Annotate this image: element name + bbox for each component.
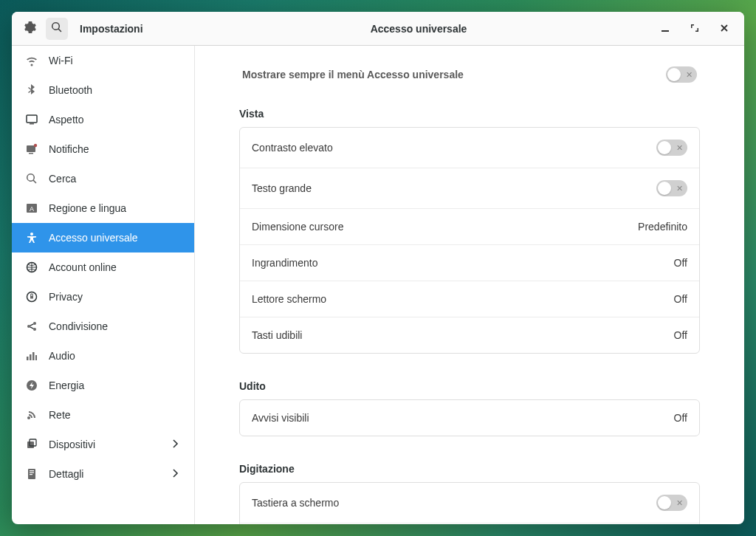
sidebar-item-accessibility[interactable]: Accesso universale bbox=[12, 223, 194, 252]
sidebar-item-privacy[interactable]: Privacy bbox=[12, 282, 194, 312]
settings-row-label: Testo grande bbox=[252, 182, 312, 194]
settings-window: Impostazioni Accesso universale Wi-FiBlu… bbox=[12, 12, 744, 524]
settings-row[interactable]: Ripetizione dei tastiOn bbox=[240, 523, 699, 524]
sidebar-item-devices[interactable]: Dispositivi bbox=[12, 430, 194, 459]
chevron-right-icon bbox=[171, 439, 181, 451]
maximize-icon bbox=[690, 23, 699, 35]
power-icon bbox=[25, 379, 38, 391]
sidebar-item-region[interactable]: ARegione e lingua bbox=[12, 193, 194, 223]
sidebar-item-label: Bluetooth bbox=[49, 84, 181, 96]
bluetooth-icon bbox=[25, 84, 38, 96]
settings-panel: Avvisi visibiliOff bbox=[239, 399, 700, 436]
audio-icon bbox=[25, 350, 38, 362]
settings-row[interactable]: Tastiera a schermo✕ bbox=[240, 483, 699, 523]
sidebar-item-bluetooth[interactable]: Bluetooth bbox=[12, 75, 194, 105]
settings-row-label: Contrasto elevato bbox=[252, 142, 333, 154]
section-title: Digitazione bbox=[239, 463, 700, 475]
sidebar-item-label: Regione e lingua bbox=[49, 202, 181, 214]
sidebar-item-search[interactable]: Cerca bbox=[12, 164, 194, 193]
svg-rect-3 bbox=[27, 145, 35, 152]
titlebar: Impostazioni Accesso universale bbox=[12, 12, 744, 46]
close-icon bbox=[720, 23, 729, 35]
search-icon bbox=[51, 21, 63, 35]
svg-rect-15 bbox=[27, 357, 29, 360]
region-icon: A bbox=[25, 202, 38, 214]
network-icon bbox=[25, 409, 38, 421]
sidebar-item-notifications[interactable]: Notifiche bbox=[12, 134, 194, 164]
sidebar-item-appearance[interactable]: Aspetto bbox=[12, 105, 194, 134]
svg-rect-18 bbox=[35, 355, 37, 360]
svg-rect-17 bbox=[32, 352, 35, 360]
settings-row-label: Lettore schermo bbox=[252, 293, 326, 305]
settings-row[interactable]: Tasti udibiliOff bbox=[240, 317, 699, 353]
details-icon bbox=[25, 468, 38, 480]
maximize-button[interactable] bbox=[685, 19, 704, 38]
svg-rect-24 bbox=[30, 470, 34, 471]
settings-row-value: Predefinito bbox=[638, 221, 687, 233]
svg-rect-25 bbox=[30, 473, 34, 473]
sidebar-item-power[interactable]: Energia bbox=[12, 371, 194, 400]
window-controls bbox=[633, 19, 744, 38]
settings-row[interactable]: IngrandimentoOff bbox=[240, 245, 699, 281]
wifi-icon bbox=[25, 55, 38, 66]
svg-point-14 bbox=[33, 328, 36, 331]
sidebar-item-label: Aspetto bbox=[49, 114, 181, 126]
minimize-button[interactable] bbox=[656, 19, 675, 38]
sidebar-item-label: Dettagli bbox=[49, 468, 160, 480]
settings-row-toggle[interactable]: ✕ bbox=[656, 495, 687, 511]
svg-rect-11 bbox=[30, 296, 33, 299]
sidebar-item-label: Privacy bbox=[49, 291, 181, 303]
settings-row-label: Ingrandimento bbox=[252, 257, 318, 269]
svg-point-5 bbox=[34, 144, 37, 147]
search-button[interactable] bbox=[46, 18, 68, 40]
notifications-icon bbox=[25, 143, 38, 155]
sidebar-item-sharing[interactable]: Condivisione bbox=[12, 312, 194, 341]
settings-row-value: Off bbox=[674, 412, 687, 424]
settings-panel: Contrasto elevato✕Testo grande✕Dimension… bbox=[239, 127, 700, 354]
main-panel[interactable]: Mostrare sempre il menù Accesso universa… bbox=[195, 46, 744, 524]
settings-row[interactable]: Dimensione cursorePredefinito bbox=[240, 209, 699, 245]
section-title: Vista bbox=[239, 108, 700, 120]
svg-point-20 bbox=[27, 416, 30, 419]
settings-row[interactable]: Contrasto elevato✕ bbox=[240, 128, 699, 168]
svg-point-8 bbox=[30, 233, 33, 236]
sidebar-item-label: Condivisione bbox=[49, 320, 181, 332]
sidebar-item-audio[interactable]: Audio bbox=[12, 341, 194, 371]
settings-row-toggle[interactable]: ✕ bbox=[656, 180, 687, 196]
sidebar-item-wifi[interactable]: Wi-Fi bbox=[12, 46, 194, 75]
sidebar-item-label: Wi-Fi bbox=[49, 55, 181, 66]
svg-rect-2 bbox=[30, 123, 34, 125]
settings-row[interactable]: Avvisi visibiliOff bbox=[240, 400, 699, 436]
svg-point-13 bbox=[33, 322, 36, 325]
svg-rect-21 bbox=[27, 441, 34, 448]
sidebar-item-label: Energia bbox=[49, 379, 181, 391]
svg-text:A: A bbox=[30, 205, 34, 213]
section-title: Udito bbox=[239, 380, 700, 392]
settings-row-toggle[interactable]: ✕ bbox=[656, 140, 687, 156]
sidebar-item-label: Notifiche bbox=[49, 143, 181, 155]
sidebar[interactable]: Wi-FiBluetoothAspettoNotificheCercaARegi… bbox=[12, 46, 195, 524]
settings-row-value: Off bbox=[674, 257, 687, 269]
app-menu-button[interactable] bbox=[19, 18, 41, 40]
sidebar-item-network[interactable]: Rete bbox=[12, 400, 194, 430]
settings-row[interactable]: Testo grande✕ bbox=[240, 168, 699, 209]
close-button[interactable] bbox=[715, 19, 734, 38]
sidebar-item-label: Accesso universale bbox=[49, 232, 181, 244]
content: Wi-FiBluetoothAspettoNotificheCercaARegi… bbox=[12, 46, 744, 524]
privacy-icon bbox=[25, 291, 38, 303]
sidebar-item-label: Rete bbox=[49, 409, 181, 421]
chevron-right-icon bbox=[171, 468, 181, 481]
svg-rect-1 bbox=[27, 115, 37, 123]
svg-rect-16 bbox=[30, 354, 32, 360]
page-title: Accesso universale bbox=[204, 23, 633, 35]
sidebar-item-label: Audio bbox=[49, 350, 181, 362]
sidebar-item-details[interactable]: Dettagli bbox=[12, 459, 194, 489]
sidebar-item-online-accounts[interactable]: Account online bbox=[12, 252, 194, 282]
settings-row[interactable]: Lettore schermoOff bbox=[240, 281, 699, 317]
svg-rect-4 bbox=[29, 153, 33, 154]
accessibility-icon bbox=[25, 232, 38, 244]
settings-row-label: Tastiera a schermo bbox=[252, 497, 339, 509]
sharing-icon bbox=[25, 320, 38, 332]
always-show-menu-toggle[interactable]: ✕ bbox=[666, 66, 697, 83]
sidebar-item-label: Dispositivi bbox=[49, 439, 160, 450]
